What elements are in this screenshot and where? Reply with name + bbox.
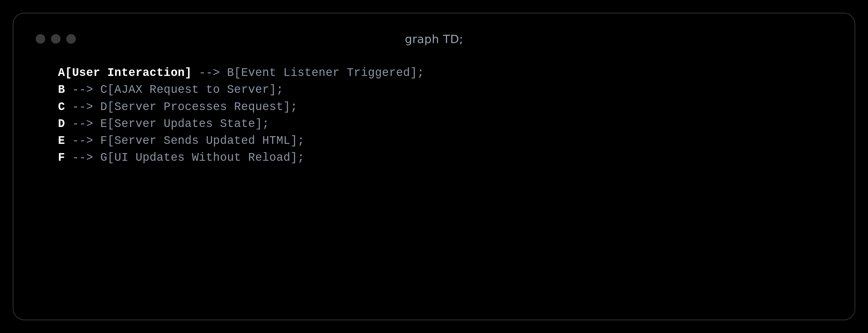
code-token: B	[58, 83, 65, 96]
code-token: C	[58, 101, 65, 114]
code-token: F	[58, 151, 65, 164]
code-line: C --> D[Server Processes Request];	[58, 99, 832, 115]
code-token: D	[58, 117, 65, 131]
code-token: --> G[UI Updates Without Reload];	[65, 151, 305, 164]
code-line: B --> C[AJAX Request to Server];	[58, 81, 832, 98]
code-window: graph TD; A[User Interaction] --> B[Even…	[13, 13, 855, 320]
code-token: --> C[AJAX Request to Server];	[65, 83, 283, 96]
traffic-lights	[36, 34, 76, 44]
code-token: A[User Interaction]	[58, 66, 192, 79]
code-token: --> E[Server Updates State];	[65, 117, 269, 131]
code-line: D --> E[Server Updates State];	[58, 115, 832, 132]
maximize-icon[interactable]	[66, 34, 76, 44]
code-token: --> F[Server Sends Updated HTML];	[65, 134, 305, 147]
code-line: F --> G[UI Updates Without Reload];	[58, 149, 832, 166]
code-block: A[User Interaction] --> B[Event Listener…	[36, 64, 832, 167]
code-line: E --> F[Server Sends Updated HTML];	[58, 132, 832, 149]
code-line: A[User Interaction] --> B[Event Listener…	[58, 64, 832, 81]
code-token: --> B[Event Listener Triggered];	[192, 66, 424, 79]
code-token: E	[58, 134, 65, 147]
window-titlebar: graph TD;	[36, 29, 832, 49]
code-token: --> D[Server Processes Request];	[65, 101, 297, 114]
window-title: graph TD;	[36, 32, 832, 46]
close-icon[interactable]	[36, 34, 45, 44]
minimize-icon[interactable]	[51, 34, 61, 44]
